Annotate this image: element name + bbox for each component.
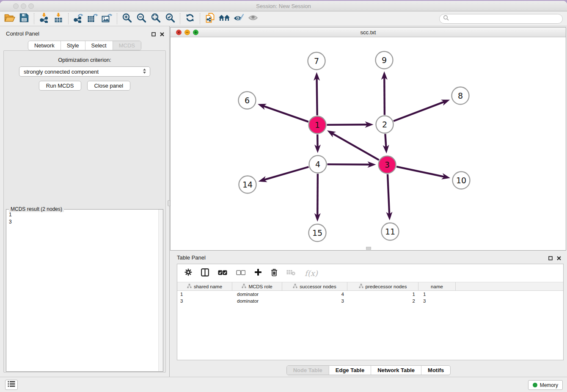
- cell-name[interactable]: 1: [418, 292, 456, 297]
- export-image-button[interactable]: [100, 12, 114, 25]
- graph-node-3[interactable]: 3: [379, 156, 396, 174]
- edge-2-3[interactable]: [385, 134, 386, 148]
- graph-node-9[interactable]: 9: [376, 52, 393, 69]
- graph-node-11[interactable]: 11: [382, 223, 399, 240]
- edge-1-2[interactable]: [327, 124, 368, 125]
- column-header-successor-nodes[interactable]: successor nodes: [282, 282, 347, 290]
- graph-node-2[interactable]: 2: [376, 116, 394, 133]
- add-column-button[interactable]: [254, 268, 262, 278]
- import-network-button[interactable]: [37, 12, 51, 25]
- column-header-predecessor-nodes[interactable]: predecessor nodes: [347, 282, 418, 290]
- run-mcds-button[interactable]: Run MCDS: [39, 81, 81, 91]
- float-table-panel-icon[interactable]: [548, 254, 553, 262]
- column-header-shared-name[interactable]: shared name: [177, 282, 232, 290]
- network-canvas[interactable]: 7968124314101511: [171, 37, 566, 250]
- save-session-button[interactable]: [17, 12, 31, 25]
- edge-4-15[interactable]: [317, 174, 318, 216]
- zoom-selected-button[interactable]: [163, 12, 177, 25]
- graph-node-6[interactable]: 6: [239, 92, 256, 109]
- minimize-network-icon[interactable]: [184, 30, 190, 35]
- edge-1-6[interactable]: [262, 106, 308, 122]
- close-window-icon[interactable]: [13, 3, 19, 9]
- search-input[interactable]: [451, 14, 562, 23]
- stepper-arrows-icon: [143, 68, 146, 75]
- minimize-window-icon[interactable]: [21, 3, 26, 9]
- cell-predecessor-nodes[interactable]: 1: [347, 292, 418, 297]
- first-neighbors-button[interactable]: [217, 12, 231, 25]
- cell-shared-name[interactable]: 1: [177, 292, 232, 297]
- zoom-fit-button[interactable]: [149, 12, 163, 25]
- graph-node-1[interactable]: 1: [309, 116, 326, 134]
- tab-motifs[interactable]: Motifs: [421, 366, 450, 375]
- cell-predecessor-nodes[interactable]: 2: [347, 298, 418, 304]
- maximize-network-icon[interactable]: [193, 30, 198, 35]
- tab-select[interactable]: Select: [85, 41, 113, 50]
- edge-2-8[interactable]: [394, 102, 445, 121]
- tab-mcds[interactable]: MCDS: [113, 41, 141, 50]
- edge-3-1[interactable]: [331, 133, 379, 160]
- task-history-button[interactable]: [5, 380, 18, 390]
- graph-node-7[interactable]: 7: [308, 52, 325, 70]
- hide-selected-button[interactable]: [231, 12, 246, 25]
- node-label-14: 14: [242, 180, 253, 189]
- refresh-button[interactable]: [183, 12, 197, 25]
- cell-mcds-role[interactable]: dominator: [232, 292, 282, 297]
- tab-network-table[interactable]: Network Table: [371, 366, 421, 375]
- open-session-button[interactable]: [3, 12, 17, 25]
- close-panel-icon[interactable]: [160, 30, 164, 38]
- graph-svg[interactable]: 7968124314101511: [171, 37, 566, 250]
- graph-node-14[interactable]: 14: [239, 176, 256, 193]
- close-network-icon[interactable]: [176, 30, 182, 35]
- edge-3-11[interactable]: [388, 174, 389, 215]
- column-header-mcds-role[interactable]: MCDS role: [232, 282, 282, 290]
- table-row[interactable]: 1 dominator 4 1 1: [177, 291, 563, 298]
- table-settings-button[interactable]: [184, 268, 192, 278]
- list-icon: [8, 381, 15, 389]
- graph-node-4[interactable]: 4: [309, 156, 327, 173]
- close-table-panel-icon[interactable]: [557, 254, 561, 262]
- cell-successor-nodes[interactable]: 4: [282, 292, 347, 297]
- graph-node-10[interactable]: 10: [453, 172, 470, 189]
- function-builder-button[interactable]: f(x): [305, 269, 318, 278]
- zoom-out-button[interactable]: [134, 12, 149, 25]
- network-window: scc.txt 7968124314101511: [170, 27, 566, 251]
- select-all-button[interactable]: [218, 269, 227, 277]
- tab-network[interactable]: Network: [28, 41, 61, 50]
- cell-successor-nodes[interactable]: 3: [282, 298, 347, 304]
- close-panel-button[interactable]: Close panel: [87, 81, 131, 91]
- table-row[interactable]: 3 dominator 3 2 3: [177, 298, 563, 304]
- zoom-window-icon[interactable]: [28, 3, 34, 9]
- show-all-button[interactable]: [246, 12, 260, 25]
- network-resize-grip[interactable]: [366, 247, 371, 250]
- export-network-button[interactable]: [71, 12, 85, 25]
- delete-table-button[interactable]: [286, 269, 296, 277]
- graph-node-8[interactable]: 8: [452, 87, 469, 105]
- tab-style[interactable]: Style: [61, 41, 85, 50]
- edge-1-7[interactable]: [317, 77, 317, 115]
- search-box[interactable]: [439, 14, 563, 24]
- show-columns-button[interactable]: [201, 268, 209, 278]
- tab-edge-table[interactable]: Edge Table: [329, 366, 371, 375]
- delete-column-button[interactable]: [271, 268, 278, 278]
- column-header-name[interactable]: name: [418, 282, 456, 290]
- export-table-button[interactable]: [85, 12, 100, 25]
- result-scrollbar[interactable]: [158, 210, 163, 371]
- graph-node-15[interactable]: 15: [309, 224, 326, 242]
- edge-2-9[interactable]: [384, 76, 385, 115]
- memory-button[interactable]: Memory: [528, 380, 563, 390]
- mcds-result-text[interactable]: 1 3: [6, 210, 163, 227]
- cell-mcds-role[interactable]: dominator: [232, 298, 282, 304]
- import-table-button[interactable]: [51, 12, 66, 25]
- copy-style-button[interactable]: [203, 12, 217, 25]
- edge-4-3[interactable]: [327, 164, 371, 165]
- optimization-criterion-select[interactable]: strongly connected component: [19, 66, 150, 77]
- deselect-all-button[interactable]: [236, 269, 245, 277]
- float-panel-icon[interactable]: [151, 30, 156, 38]
- edge-3-10[interactable]: [396, 167, 445, 177]
- cell-shared-name[interactable]: 3: [177, 298, 232, 304]
- cell-name[interactable]: 3: [418, 298, 456, 304]
- tab-node-table[interactable]: Node Table: [287, 366, 329, 375]
- network-window-titlebar[interactable]: scc.txt: [171, 28, 566, 37]
- zoom-in-button[interactable]: [120, 12, 134, 25]
- edge-4-14[interactable]: [263, 167, 308, 180]
